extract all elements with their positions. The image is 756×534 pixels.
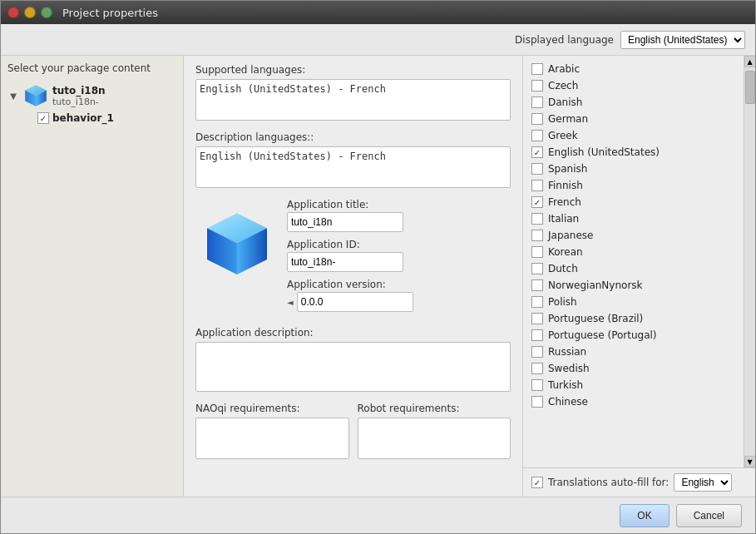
description-languages-input[interactable]: English (UnitedStates) - French bbox=[195, 146, 511, 188]
language-checkbox[interactable] bbox=[531, 213, 543, 225]
maximize-button[interactable] bbox=[41, 7, 52, 18]
language-item[interactable]: Arabic bbox=[523, 61, 744, 77]
language-item[interactable]: Dutch bbox=[523, 260, 744, 277]
left-panel-title: Select your package content bbox=[7, 62, 176, 74]
language-checkbox[interactable] bbox=[531, 163, 543, 175]
behavior-name: behavior_1 bbox=[52, 112, 114, 124]
middle-panel: Supported languages: English (UnitedStat… bbox=[184, 56, 522, 497]
language-checkbox[interactable] bbox=[531, 363, 543, 374]
language-checkbox[interactable] bbox=[531, 80, 543, 91]
language-checkbox[interactable] bbox=[531, 180, 543, 191]
language-item[interactable]: Chinese bbox=[523, 393, 744, 410]
language-checkbox[interactable] bbox=[531, 313, 543, 324]
language-name: Portuguese (Portugal) bbox=[548, 329, 657, 341]
language-item[interactable]: Portuguese (Brazil) bbox=[523, 310, 744, 327]
language-name: Swedish bbox=[548, 363, 590, 374]
language-item[interactable]: French bbox=[523, 194, 744, 210]
tree-root-sub: tuto_i18n- bbox=[52, 96, 106, 107]
supported-languages-label: Supported languages: bbox=[195, 64, 511, 76]
app-version-input[interactable] bbox=[297, 292, 413, 312]
language-item[interactable]: Italian bbox=[523, 210, 744, 227]
robot-req-col: Robot requirements: bbox=[358, 403, 511, 459]
language-item[interactable]: NorwegianNynorsk bbox=[523, 277, 744, 294]
language-list-container: ArabicCzechDanishGermanGreekEnglish (Uni… bbox=[523, 56, 755, 467]
language-name: Italian bbox=[548, 213, 579, 225]
language-name: Portuguese (Brazil) bbox=[548, 313, 643, 324]
project-properties-window: Project properties Displayed language En… bbox=[0, 0, 756, 534]
tree-expand-arrow[interactable]: ▼ bbox=[7, 90, 19, 101]
language-checkbox[interactable] bbox=[531, 263, 543, 274]
tree-root-item[interactable]: ▼ bbox=[7, 81, 176, 111]
language-checkbox[interactable] bbox=[531, 113, 543, 125]
ok-button[interactable]: OK bbox=[620, 504, 669, 527]
naoqi-req-col: NAOqi requirements: bbox=[195, 403, 349, 459]
language-item[interactable]: German bbox=[523, 111, 744, 127]
cancel-button[interactable]: Cancel bbox=[676, 504, 742, 527]
window-title: Project properties bbox=[62, 7, 158, 19]
autofill-select[interactable]: English French bbox=[674, 473, 732, 492]
language-checkbox[interactable] bbox=[531, 196, 543, 208]
scrollbar[interactable]: ▲ ▼ bbox=[744, 56, 755, 467]
language-checkbox[interactable] bbox=[531, 396, 543, 408]
language-name: Japanese bbox=[548, 230, 594, 241]
description-languages-label: Description languages:: bbox=[195, 131, 511, 143]
language-item[interactable]: Danish bbox=[523, 94, 744, 111]
scrollbar-down-button[interactable]: ▼ bbox=[744, 456, 756, 467]
language-item[interactable]: Japanese bbox=[523, 227, 744, 244]
language-checkbox[interactable] bbox=[531, 329, 543, 341]
language-item[interactable]: Russian bbox=[523, 344, 744, 360]
language-item[interactable]: Greek bbox=[523, 127, 744, 144]
app-description-input[interactable] bbox=[195, 342, 511, 392]
app-title-label: Application title: bbox=[287, 199, 511, 210]
behavior-checkbox[interactable] bbox=[37, 112, 49, 124]
language-checkbox[interactable] bbox=[531, 96, 543, 108]
language-item[interactable]: Swedish bbox=[523, 360, 744, 377]
language-checkbox[interactable] bbox=[531, 130, 543, 141]
naoqi-req-area[interactable] bbox=[195, 418, 349, 459]
toolbar: Displayed language English (UnitedStates… bbox=[1, 24, 755, 56]
scrollbar-up-button[interactable]: ▲ bbox=[744, 56, 756, 67]
language-item[interactable]: Turkish bbox=[523, 377, 744, 393]
app-title-input[interactable] bbox=[287, 212, 403, 232]
language-name: Russian bbox=[548, 346, 586, 358]
language-checkbox[interactable] bbox=[531, 279, 543, 291]
language-checkbox[interactable] bbox=[531, 146, 543, 158]
bottom-bar: OK Cancel bbox=[1, 497, 755, 533]
minimize-button[interactable] bbox=[24, 7, 36, 18]
version-row: ◄ bbox=[287, 292, 511, 312]
app-icon-area bbox=[195, 199, 279, 319]
tree-child-item[interactable]: behavior_1 bbox=[7, 111, 176, 126]
language-name: NorwegianNynorsk bbox=[548, 279, 643, 291]
scrollbar-thumb[interactable] bbox=[745, 71, 755, 104]
language-name: Turkish bbox=[548, 379, 583, 391]
language-name: Polish bbox=[548, 296, 577, 308]
language-name: English (UnitedStates) bbox=[548, 146, 660, 158]
app-icon bbox=[22, 82, 49, 109]
language-item[interactable]: Spanish bbox=[523, 161, 744, 177]
language-checkbox[interactable] bbox=[531, 63, 543, 75]
language-item[interactable]: Polish bbox=[523, 294, 744, 310]
close-button[interactable] bbox=[7, 7, 19, 18]
language-name: Finnish bbox=[548, 180, 583, 191]
requirements-row: NAOqi requirements: Robot requirements: bbox=[195, 403, 511, 459]
titlebar: Project properties bbox=[1, 1, 755, 24]
app-description-label: Application description: bbox=[195, 327, 511, 339]
language-item[interactable]: Korean bbox=[523, 244, 744, 260]
language-checkbox[interactable] bbox=[531, 230, 543, 241]
language-checkbox[interactable] bbox=[531, 346, 543, 358]
language-item[interactable]: Portuguese (Portugal) bbox=[523, 327, 744, 344]
language-item[interactable]: English (UnitedStates) bbox=[523, 144, 744, 161]
left-panel: Select your package content ▼ bbox=[1, 56, 184, 497]
supported-languages-input[interactable]: English (UnitedStates) - French bbox=[195, 79, 511, 121]
app-id-input[interactable] bbox=[287, 252, 403, 272]
language-item[interactable]: Finnish bbox=[523, 177, 744, 194]
autofill-checkbox[interactable] bbox=[531, 477, 543, 488]
language-item[interactable]: Czech bbox=[523, 77, 744, 94]
robot-req-area[interactable] bbox=[358, 418, 511, 459]
language-checkbox[interactable] bbox=[531, 296, 543, 308]
displayed-language-select[interactable]: English (UnitedStates) French bbox=[620, 31, 745, 49]
language-checkbox[interactable] bbox=[531, 246, 543, 258]
right-panel: ArabicCzechDanishGermanGreekEnglish (Uni… bbox=[522, 56, 755, 497]
app-details-row: Application title: Application ID: Appli… bbox=[195, 199, 511, 319]
language-checkbox[interactable] bbox=[531, 379, 543, 391]
